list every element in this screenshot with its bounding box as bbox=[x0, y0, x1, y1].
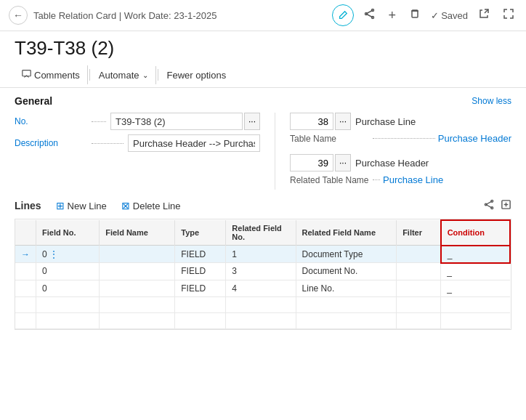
row-arrow: → bbox=[15, 246, 36, 263]
delete-line-icon: ⊠ bbox=[121, 200, 130, 211]
row-related-field-no[interactable]: 4 bbox=[226, 280, 296, 296]
row-field-no[interactable]: 0 ⋮ bbox=[36, 246, 100, 263]
description-field-row: Description bbox=[15, 134, 260, 152]
lines-table: Field No. Field Name Type Related Field … bbox=[15, 219, 511, 329]
condition-value: _ bbox=[448, 249, 453, 259]
col-related-field-name: Related Field Name bbox=[296, 220, 397, 246]
related-dots bbox=[373, 179, 380, 180]
row-related-field-no[interactable]: 1 bbox=[226, 246, 296, 263]
row-type: FIELD bbox=[175, 246, 226, 263]
form-area: No. ··· Description ··· Purchase Line bbox=[15, 113, 511, 190]
description-input[interactable] bbox=[128, 134, 260, 152]
condition-value: _ bbox=[447, 267, 452, 277]
row-condition[interactable]: _ bbox=[441, 280, 510, 296]
svg-line-11 bbox=[486, 201, 492, 205]
table-name-value: Purchase Header bbox=[438, 133, 511, 144]
svg-line-4 bbox=[366, 14, 373, 17]
table-number-38-input[interactable] bbox=[290, 113, 333, 130]
separator bbox=[89, 69, 90, 81]
table-number-38-row: ··· Purchase Line bbox=[290, 113, 511, 130]
show-less-button[interactable]: Show less bbox=[472, 96, 511, 106]
form-left: No. ··· Description bbox=[15, 113, 275, 190]
related-table-name-row: Related Table Name Purchase Line bbox=[290, 174, 511, 185]
top-bar-title: Table Relation Card | Work Date: 23-1-20… bbox=[33, 10, 326, 21]
delete-line-button[interactable]: ⊠ Delete Line bbox=[114, 197, 188, 214]
table-name-label: Table Name bbox=[290, 134, 370, 144]
row-context-dots[interactable]: ⋮ bbox=[49, 249, 58, 259]
table-row[interactable]: 0 FIELD 3 Document No. _ bbox=[15, 263, 510, 280]
section-header: General Show less bbox=[15, 95, 511, 107]
table-number-39-row: ··· Purchase Header bbox=[290, 154, 511, 171]
row-filter[interactable] bbox=[397, 246, 441, 263]
general-section-title: General bbox=[15, 95, 52, 107]
row-filter[interactable] bbox=[397, 263, 441, 280]
comments-button[interactable]: Comments bbox=[15, 65, 88, 84]
lines-share-button[interactable] bbox=[484, 199, 495, 212]
col-arrow bbox=[15, 220, 36, 246]
col-condition: Condition bbox=[441, 220, 510, 246]
row-arrow bbox=[15, 263, 36, 280]
row-field-no[interactable]: 0 bbox=[36, 263, 100, 280]
lines-section: Lines ⊞ New Line ⊠ Delete Line Field No.… bbox=[0, 190, 526, 330]
desc-dots bbox=[92, 143, 124, 144]
row-condition[interactable]: _ bbox=[441, 263, 510, 280]
no-input-container: ··· bbox=[110, 113, 260, 130]
table-number-39-input[interactable] bbox=[290, 154, 333, 171]
lines-title: Lines bbox=[15, 200, 41, 211]
no-field-row: No. ··· bbox=[15, 113, 260, 130]
row-related-field-name[interactable]: Document No. bbox=[296, 263, 397, 280]
add-button[interactable]: + bbox=[386, 7, 400, 25]
lines-header: Lines ⊞ New Line ⊠ Delete Line bbox=[15, 197, 511, 214]
action-bar: Comments Automate ⌄ Fewer options bbox=[0, 62, 526, 88]
table-row[interactable]: → 0 ⋮ FIELD 1 Document Type _ bbox=[15, 246, 510, 263]
row-filter[interactable] bbox=[397, 280, 441, 296]
lines-right-actions bbox=[484, 199, 511, 212]
col-field-no: Field No. bbox=[36, 220, 100, 246]
checkmark-icon: ✓ bbox=[431, 10, 439, 21]
table-name-row: Table Name Purchase Header bbox=[290, 133, 511, 144]
form-right: ··· Purchase Line Table Name Purchase He… bbox=[275, 113, 511, 190]
row-related-field-no[interactable]: 3 bbox=[226, 263, 296, 280]
saved-label: ✓ Saved bbox=[431, 10, 468, 21]
lines-table-container: Field No. Field Name Type Related Field … bbox=[15, 219, 511, 330]
share-button[interactable] bbox=[361, 7, 379, 24]
col-type: Type bbox=[175, 220, 226, 246]
row-field-name[interactable] bbox=[100, 280, 175, 296]
page-title: T39-T38 (2) bbox=[0, 31, 526, 62]
table-39-three-dot[interactable]: ··· bbox=[335, 154, 351, 171]
table-39-label: Purchase Header bbox=[352, 158, 429, 169]
no-dots bbox=[92, 121, 106, 122]
fewer-options-button[interactable]: Fewer options bbox=[160, 66, 234, 84]
top-bar-actions: + ✓ Saved bbox=[332, 4, 517, 26]
comments-icon bbox=[22, 69, 31, 81]
svg-line-12 bbox=[486, 205, 492, 209]
no-label: No. bbox=[15, 116, 87, 126]
description-label: Description bbox=[15, 138, 87, 148]
row-related-field-name[interactable]: Line No. bbox=[296, 280, 397, 296]
chevron-down-icon: ⌄ bbox=[142, 71, 148, 79]
table-row[interactable]: 0 FIELD 4 Line No. _ bbox=[15, 280, 510, 296]
automate-button[interactable]: Automate ⌄ bbox=[92, 66, 156, 84]
no-three-dot-button[interactable]: ··· bbox=[244, 113, 260, 130]
delete-button[interactable] bbox=[406, 7, 424, 24]
fullscreen-button[interactable] bbox=[500, 7, 517, 24]
condition-value: _ bbox=[447, 283, 452, 294]
table-38-label: Purchase Line bbox=[352, 116, 416, 127]
related-table-name-label: Related Table Name bbox=[290, 175, 370, 185]
open-new-tab-button[interactable] bbox=[475, 7, 493, 24]
table-row-empty bbox=[15, 312, 510, 328]
new-line-button[interactable]: ⊞ New Line bbox=[49, 197, 114, 214]
separator2 bbox=[158, 69, 158, 81]
row-related-field-name[interactable]: Document Type bbox=[296, 246, 397, 263]
row-field-no[interactable]: 0 bbox=[36, 280, 100, 296]
table-name-dots bbox=[373, 138, 435, 139]
table-row-empty bbox=[15, 296, 510, 312]
lines-export-button[interactable] bbox=[501, 199, 511, 212]
row-field-name[interactable] bbox=[100, 263, 175, 280]
row-field-name[interactable] bbox=[100, 246, 175, 263]
no-input[interactable] bbox=[110, 113, 243, 130]
back-button[interactable]: ← bbox=[9, 6, 28, 25]
table-38-three-dot[interactable]: ··· bbox=[335, 113, 351, 130]
edit-button[interactable] bbox=[332, 4, 354, 26]
row-condition[interactable]: _ bbox=[441, 246, 510, 263]
